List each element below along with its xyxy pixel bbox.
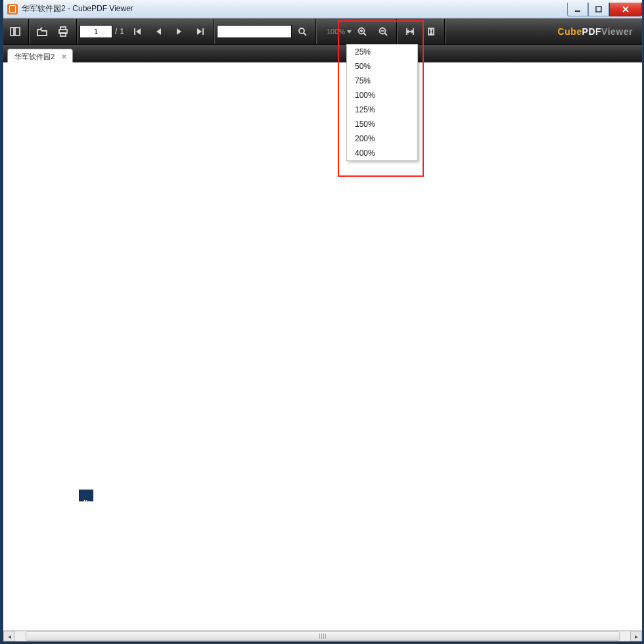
svg-marker-13: [197, 28, 202, 35]
zoom-option[interactable]: 100%: [347, 88, 417, 103]
page-total: 1: [120, 27, 124, 36]
document-tab[interactable]: 华军软件园2 ✕: [7, 49, 73, 64]
scroll-right-button[interactable]: ▸: [630, 631, 642, 641]
svg-line-19: [364, 34, 367, 36]
tab-label: 华军软件园2: [14, 52, 55, 62]
zoom-dropdown-menu[interactable]: 25%50%75%100%125%150%200%400%: [346, 44, 418, 161]
titlebar: 华军软件园2 - CubePDF Viewer: [3, 0, 642, 18]
zoom-option[interactable]: 125%: [347, 103, 417, 117]
first-page-button[interactable]: [128, 22, 147, 41]
logo-part2: PDF: [582, 26, 602, 37]
svg-marker-17: [347, 30, 352, 34]
svg-rect-5: [15, 28, 20, 35]
zoom-option[interactable]: 200%: [347, 131, 417, 146]
scroll-left-button[interactable]: ◂: [3, 631, 15, 641]
svg-point-15: [299, 28, 304, 34]
zoom-out-button[interactable]: [374, 22, 392, 41]
page-sep: /: [115, 27, 117, 36]
previous-page-button[interactable]: [149, 22, 168, 41]
window-title: 华军软件园2 - CubePDF Viewer: [22, 3, 133, 14]
zoom-option[interactable]: 150%: [347, 117, 417, 131]
svg-marker-10: [136, 28, 141, 35]
scrollbar-thumb[interactable]: [26, 632, 620, 641]
product-logo: CubePDFViewer: [549, 26, 642, 37]
logo-part1: Cube: [558, 26, 582, 37]
app-icon: [7, 4, 18, 14]
search-button[interactable]: [293, 22, 311, 41]
tab-strip: 华军软件园2 ✕: [3, 45, 642, 64]
fit-page-button[interactable]: [422, 22, 440, 41]
close-button[interactable]: [609, 3, 642, 16]
svg-rect-4: [11, 28, 14, 35]
zoom-option[interactable]: 400%: [347, 146, 417, 160]
fit-width-button[interactable]: [401, 22, 419, 41]
svg-marker-11: [156, 28, 161, 35]
zoom-option[interactable]: 50%: [347, 59, 417, 74]
toolbar: / 1: [3, 18, 642, 45]
open-file-button[interactable]: [33, 22, 51, 41]
scrollbar-track[interactable]: [15, 631, 630, 641]
document-viewport[interactable]: 华军软件园: [3, 62, 642, 631]
zoom-option[interactable]: 25%: [347, 45, 417, 59]
sidebar-toggle-button[interactable]: [6, 22, 24, 41]
svg-rect-1: [596, 7, 601, 12]
tab-close-icon[interactable]: ✕: [61, 53, 67, 61]
zoom-dropdown-arrow-icon[interactable]: [346, 26, 352, 37]
svg-line-16: [304, 33, 306, 35]
maximize-button[interactable]: [588, 3, 609, 16]
zoom-input[interactable]: [319, 26, 346, 37]
page-number-input[interactable]: [80, 25, 112, 38]
zoom-option[interactable]: 75%: [347, 74, 417, 88]
horizontal-scrollbar[interactable]: ◂ ▸: [3, 630, 642, 641]
search-input[interactable]: [217, 25, 292, 38]
svg-rect-8: [60, 33, 66, 36]
next-page-button[interactable]: [170, 22, 189, 41]
last-page-button[interactable]: [191, 22, 210, 41]
svg-line-23: [385, 34, 388, 36]
minimize-button[interactable]: [567, 3, 588, 16]
svg-marker-12: [177, 28, 181, 35]
document-body-text: 华军软件园: [79, 490, 93, 501]
print-button[interactable]: [54, 22, 72, 41]
zoom-in-button[interactable]: [353, 22, 371, 41]
logo-part3: Viewer: [601, 26, 633, 37]
